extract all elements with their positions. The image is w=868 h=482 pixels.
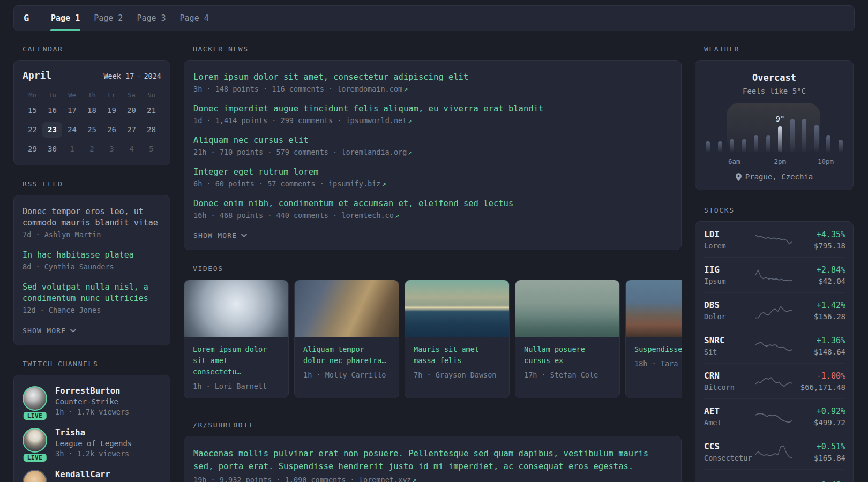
- stock-sparkline: [755, 301, 792, 320]
- videos-widget-label: VIDEOS: [193, 265, 682, 273]
- stock-ticker: IIG: [704, 265, 755, 275]
- stock-sparkline: [755, 230, 792, 250]
- stock-id: AET Amet: [704, 406, 755, 427]
- hn-item-meta-text: 1d · 1,414 points · 299 comments ·: [193, 116, 346, 125]
- hn-item-meta: 16h · 468 points · 440 comments · loremt…: [193, 211, 672, 220]
- rss-item-title[interactable]: Sed volutpat nulla nisl, a condimentum n…: [23, 282, 161, 304]
- weather-time-label: 10pm: [818, 157, 834, 165]
- hn-item-domain[interactable]: ipsumify.biz: [328, 179, 381, 188]
- stock-id: AHS: [704, 480, 755, 482]
- twitch-channel-row[interactable]: KendallCarr: [23, 470, 161, 482]
- calendar-day-next-month: 5: [141, 141, 161, 157]
- tab-page-1[interactable]: Page 1: [44, 6, 87, 31]
- hn-item-domain[interactable]: loremdomain.com: [337, 85, 402, 93]
- stock-row: CRN Bitcorn -1.00% $66,171.48: [704, 363, 844, 398]
- stock-sparkline: [755, 266, 792, 285]
- calendar-weekday-row: Mo Tu We Th Fr Sa Su: [23, 92, 161, 99]
- hn-item-domain[interactable]: loremlandia.org: [341, 148, 407, 156]
- stock-price: $148.64: [792, 348, 845, 356]
- twitch-channel-row[interactable]: LIVE Trisha League of Legends 3h · 1.2k …: [23, 428, 161, 458]
- rss-card: Donec tempor eros leo, ut commodo mauris…: [13, 195, 170, 345]
- hn-item-title[interactable]: Aliquam nec cursus elit: [193, 134, 672, 146]
- tab-page-3[interactable]: Page 3: [130, 6, 173, 31]
- subreddit-card: Maecenas mollis pulvinar erat non posuer…: [184, 436, 682, 482]
- weather-bar: [802, 119, 806, 152]
- twitch-channel-name: ForrestBurton: [55, 386, 129, 396]
- video-scroller[interactable]: Lorem ipsum dolor sit amet consectetu… 1…: [184, 280, 682, 398]
- tab-page-4[interactable]: Page 4: [173, 6, 216, 31]
- weather-bar: [718, 141, 722, 152]
- hn-item-title[interactable]: Donec enim nibh, condimentum et accumsan…: [193, 198, 672, 209]
- hacker-news-widget: HACKER NEWS Lorem ipsum dolor sit amet, …: [184, 45, 682, 250]
- hn-item-title[interactable]: Donec imperdiet augue tincidunt felis al…: [193, 103, 672, 115]
- hacker-news-widget-label: HACKER NEWS: [193, 45, 682, 53]
- stock-price: $156.28: [792, 312, 845, 321]
- hn-item: Integer eget rutrum lorem 6h · 60 points…: [193, 166, 672, 188]
- calendar-day: 22: [23, 122, 42, 138]
- stock-name: Sit: [704, 348, 755, 356]
- stock-change: +0.51%: [792, 442, 845, 451]
- rss-widget-label: RSS FEED: [23, 180, 170, 188]
- calendar-widget: CALENDAR April Week 17·2024 Mo Tu We Th …: [13, 45, 170, 165]
- calendar-day: 28: [141, 122, 161, 138]
- stock-ticker: SNRC: [704, 335, 755, 345]
- location-pin-icon: [736, 173, 742, 181]
- weather-bar: [826, 135, 830, 152]
- stock-sparkline-wrap: [755, 407, 792, 426]
- stocks-widget: STOCKS LDI Lorem +4.35% $795.18 IIG: [695, 206, 854, 482]
- video-card[interactable]: Mauris sit amet massa felis 7h · Grayson…: [405, 280, 510, 398]
- stock-id: DBS Dolor: [704, 300, 755, 321]
- video-card[interactable]: Lorem ipsum dolor sit amet consectetu… 1…: [184, 280, 289, 398]
- stock-row: LDI Lorem +4.35% $795.18: [704, 222, 844, 257]
- twitch-channel-row[interactable]: LIVE ForrestBurton Counter-Strike 1h · 1…: [23, 386, 161, 416]
- stock-price: $66,171.48: [792, 383, 845, 391]
- stock-values: +0.92% $499.72: [792, 406, 845, 427]
- stock-values: -1.00% $66,171.48: [792, 371, 845, 391]
- stocks-widget-label: STOCKS: [704, 206, 854, 214]
- hn-item-title[interactable]: Lorem ipsum dolor sit amet, consectetur …: [193, 71, 672, 83]
- hn-item-domain[interactable]: loremtech.co: [341, 211, 394, 220]
- weather-bar: [706, 141, 710, 152]
- video-card[interactable]: Aliquam tempor dolor nec pharetra… 1h · …: [294, 280, 399, 398]
- video-title: Suspendisse diam: [626, 337, 682, 355]
- hn-item: Aliquam nec cursus elit 21h · 710 points…: [193, 134, 672, 156]
- video-card[interactable]: Nullam posuere cursus ex 17h · Stefan Co…: [515, 280, 620, 398]
- hn-show-more-button[interactable]: SHOW MORE: [193, 231, 247, 239]
- chevron-down-icon: [241, 234, 247, 237]
- rss-show-more-button[interactable]: SHOW MORE: [23, 327, 76, 335]
- external-link-icon: ↗: [395, 211, 399, 220]
- twitch-widget-label: TWITCH CHANNELS: [23, 360, 170, 368]
- calendar-day-next-month: 1: [62, 141, 82, 157]
- stock-price: $42.04: [792, 277, 845, 285]
- video-card[interactable]: Suspendisse diam 18h · Tara: [625, 280, 682, 398]
- hn-item-domain[interactable]: ipsumworld.net: [346, 116, 407, 125]
- video-title: Mauris sit amet massa felis: [405, 337, 509, 366]
- hn-item-meta: 21h · 710 points · 579 comments · loreml…: [193, 148, 672, 156]
- twitch-channel-meta: 3h · 1.2k viewers: [55, 449, 132, 458]
- calendar-week-row: 15 16 17 18 19 20 21: [23, 103, 161, 118]
- right-column: WEATHER Overcast Feels like 5°C 9° 6am 2…: [695, 45, 854, 482]
- weather-bar: [754, 135, 758, 152]
- rss-item-title[interactable]: Donec tempor eros leo, ut commodo mauris…: [23, 206, 161, 229]
- left-column: CALENDAR April Week 17·2024 Mo Tu We Th …: [13, 45, 170, 482]
- stock-sparkline: [755, 336, 792, 356]
- calendar-day: 16: [42, 103, 62, 118]
- page-tabs: Page 1 Page 2 Page 3 Page 4: [44, 6, 216, 31]
- tab-page-2[interactable]: Page 2: [87, 6, 130, 31]
- subreddit-post-domain[interactable]: loremnet.xyz: [359, 476, 411, 482]
- stock-price: $499.72: [792, 418, 845, 427]
- app-logo[interactable]: G: [14, 6, 39, 31]
- video-title: Lorem ipsum dolor sit amet consectetu…: [184, 337, 288, 378]
- calendar-widget-label: CALENDAR: [23, 45, 170, 53]
- calendar-day-next-month: 3: [102, 141, 122, 157]
- stock-sparkline-wrap: [755, 230, 792, 250]
- stock-id: SNRC Sit: [704, 335, 755, 356]
- rss-item-title[interactable]: In hac habitasse platea: [23, 250, 161, 261]
- twitch-avatar-wrap: [23, 470, 47, 482]
- weather-widget: WEATHER Overcast Feels like 5°C 9° 6am 2…: [695, 45, 854, 190]
- subreddit-post-title[interactable]: Maecenas mollis pulvinar erat non posuer…: [193, 447, 672, 473]
- calendar-day: 15: [23, 103, 42, 118]
- calendar-day: 24: [62, 122, 82, 138]
- hn-item-title[interactable]: Integer eget rutrum lorem: [193, 166, 672, 178]
- video-meta: 7h · Grayson Dawson: [405, 366, 509, 387]
